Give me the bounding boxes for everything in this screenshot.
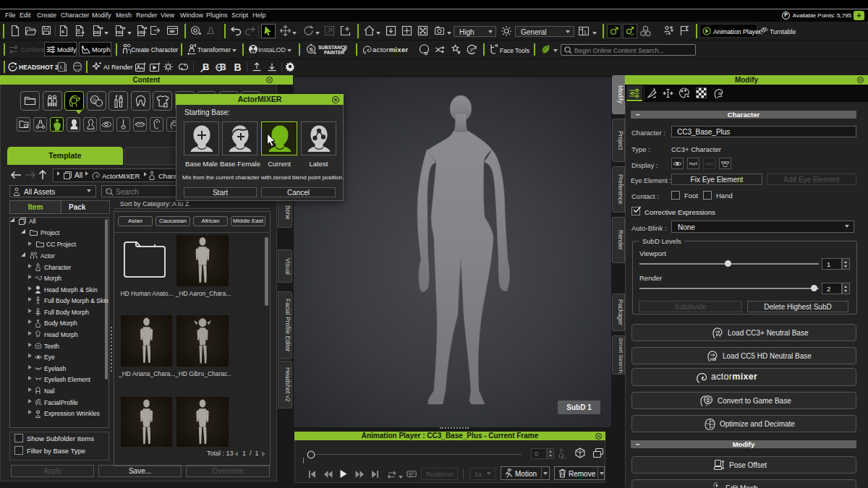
svg-text:1: 1	[584, 30, 587, 35]
svg-text:USD: USD	[138, 30, 146, 35]
svg-text:OBJ: OBJ	[94, 30, 102, 35]
svg-text:K: K	[61, 30, 65, 34]
svg-text:HD: HD	[710, 357, 716, 361]
svg-text:B: B	[203, 61, 209, 72]
svg-text:FBX: FBX	[116, 30, 124, 35]
svg-text:S: S	[310, 46, 314, 53]
svg-text:B: B	[234, 61, 242, 73]
